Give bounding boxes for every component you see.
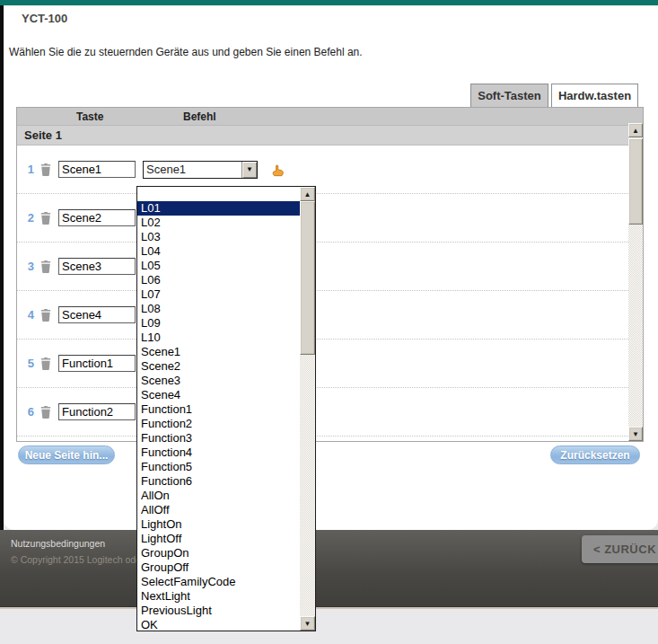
trash-icon[interactable] bbox=[39, 260, 52, 274]
command-select-value: Scene1 bbox=[144, 162, 241, 178]
dropdown-options: L01 L02 L03 L04 L05 L06 L07 L08 L09 L10 … bbox=[137, 187, 300, 631]
table-row: 4 bbox=[17, 291, 643, 340]
dropdown-option[interactable]: Function3 bbox=[137, 431, 300, 446]
dropdown-option[interactable]: Scene3 bbox=[137, 374, 300, 388]
dropdown-option[interactable]: NextLight bbox=[137, 589, 300, 604]
footer: Nutzungsbedingungen © Copyright 2015 Log… bbox=[0, 530, 658, 606]
dropdown-option[interactable]: Function2 bbox=[137, 417, 300, 431]
dropdown-option[interactable]: L08 bbox=[137, 302, 300, 316]
table-scrollbar-thumb[interactable] bbox=[628, 138, 643, 225]
back-button[interactable]: < ZURÜCK bbox=[582, 535, 658, 563]
dropdown-option[interactable]: Scene4 bbox=[137, 388, 300, 402]
dropdown-scrollbar-thumb[interactable] bbox=[300, 201, 315, 355]
terms-link[interactable]: Nutzungsbedingungen bbox=[11, 538, 105, 549]
dropdown-option[interactable]: PreviousLight bbox=[137, 604, 300, 618]
dropdown-option[interactable] bbox=[137, 187, 300, 201]
table-row: 5 bbox=[17, 340, 643, 388]
table-row: 3 bbox=[17, 243, 643, 291]
trash-icon[interactable] bbox=[39, 405, 52, 419]
scroll-up-icon[interactable]: ▲ bbox=[628, 123, 643, 137]
row-number: 1 bbox=[23, 163, 34, 176]
row-number: 4 bbox=[23, 308, 34, 322]
dropdown-option[interactable]: LightOn bbox=[137, 517, 300, 532]
dropdown-scrollbar[interactable]: ▲ ▼ bbox=[300, 187, 315, 631]
dropdown-option[interactable]: Scene2 bbox=[137, 359, 300, 374]
keys-table: Taste Befehl Seite 1 1 Scene1 ▼ 2 3 4 5 … bbox=[16, 107, 644, 442]
dropdown-option[interactable]: Function4 bbox=[137, 446, 300, 460]
table-row: 6 bbox=[17, 388, 643, 437]
dropdown-option[interactable]: L07 bbox=[137, 287, 300, 302]
dropdown-option[interactable]: SelectFamilyCode bbox=[137, 575, 300, 589]
trash-icon[interactable] bbox=[39, 163, 52, 177]
scroll-down-icon[interactable]: ▼ bbox=[300, 616, 315, 631]
trash-icon[interactable] bbox=[39, 308, 52, 322]
dropdown-option[interactable]: OK bbox=[137, 618, 300, 631]
scroll-up-icon[interactable]: ▲ bbox=[300, 187, 315, 201]
table-row: 1 Scene1 ▼ bbox=[17, 146, 643, 194]
table-scrollbar[interactable]: ▲ ▼ bbox=[628, 123, 643, 441]
hand-pointer-icon bbox=[269, 163, 286, 177]
dropdown-option[interactable]: L03 bbox=[137, 230, 300, 244]
dropdown-option[interactable]: L10 bbox=[137, 331, 300, 345]
key-name-input[interactable] bbox=[58, 403, 136, 420]
column-header-befehl: Befehl bbox=[183, 110, 216, 123]
dropdown-option[interactable]: L02 bbox=[137, 216, 300, 230]
dropdown-option[interactable]: Function1 bbox=[137, 402, 300, 417]
dropdown-option[interactable]: LightOff bbox=[137, 532, 300, 546]
command-select[interactable]: Scene1 ▼ bbox=[143, 161, 258, 179]
section-header-seite1: Seite 1 bbox=[17, 126, 643, 146]
command-dropdown-list: L01 L02 L03 L04 L05 L06 L07 L08 L09 L10 … bbox=[136, 186, 316, 631]
page-title: YCT-100 bbox=[22, 12, 67, 25]
table-row: 2 bbox=[17, 194, 643, 243]
dropdown-option[interactable]: AllOn bbox=[137, 489, 300, 503]
tab-hardw-tasten[interactable]: Hardw.tasten bbox=[551, 84, 638, 107]
key-name-input[interactable] bbox=[58, 306, 136, 323]
copyright-text: © Copyright 2015 Logitech oder s bbox=[11, 554, 152, 565]
select-dropdown-arrow-icon[interactable]: ▼ bbox=[241, 162, 257, 178]
trash-icon[interactable] bbox=[39, 211, 52, 225]
dropdown-option[interactable]: L05 bbox=[137, 259, 300, 273]
key-name-input[interactable] bbox=[58, 161, 136, 178]
dropdown-option[interactable]: L06 bbox=[137, 273, 300, 287]
reset-button[interactable]: Zurücksetzen bbox=[550, 446, 640, 464]
row-number: 6 bbox=[23, 405, 34, 419]
dropdown-option-highlighted[interactable]: L01 bbox=[137, 201, 300, 216]
dropdown-option[interactable]: Scene1 bbox=[137, 345, 300, 359]
row-number: 5 bbox=[23, 357, 34, 370]
trash-icon[interactable] bbox=[39, 357, 52, 371]
dropdown-option[interactable]: L04 bbox=[137, 244, 300, 259]
row-number: 2 bbox=[23, 211, 34, 225]
new-page-button[interactable]: Neue Seite hin... bbox=[18, 446, 115, 464]
key-name-input[interactable] bbox=[58, 355, 136, 372]
column-header-taste: Taste bbox=[76, 110, 103, 123]
scroll-down-icon[interactable]: ▼ bbox=[628, 427, 643, 441]
key-name-input[interactable] bbox=[58, 209, 136, 226]
tab-soft-tasten[interactable]: Soft-Tasten bbox=[470, 84, 548, 107]
dropdown-option[interactable]: L09 bbox=[137, 316, 300, 331]
page-bottom-background bbox=[0, 609, 658, 644]
dropdown-option[interactable]: Function5 bbox=[137, 460, 300, 474]
dropdown-option[interactable]: GroupOff bbox=[137, 560, 300, 575]
page-description: Wählen Sie die zu steuernden Geräte aus … bbox=[9, 46, 363, 58]
table-header: Taste Befehl bbox=[17, 108, 643, 126]
dropdown-option[interactable]: Function6 bbox=[137, 474, 300, 489]
row-number: 3 bbox=[23, 260, 34, 273]
dropdown-option[interactable]: GroupOn bbox=[137, 546, 300, 560]
key-name-input[interactable] bbox=[58, 258, 136, 275]
dropdown-option[interactable]: AllOff bbox=[137, 503, 300, 517]
